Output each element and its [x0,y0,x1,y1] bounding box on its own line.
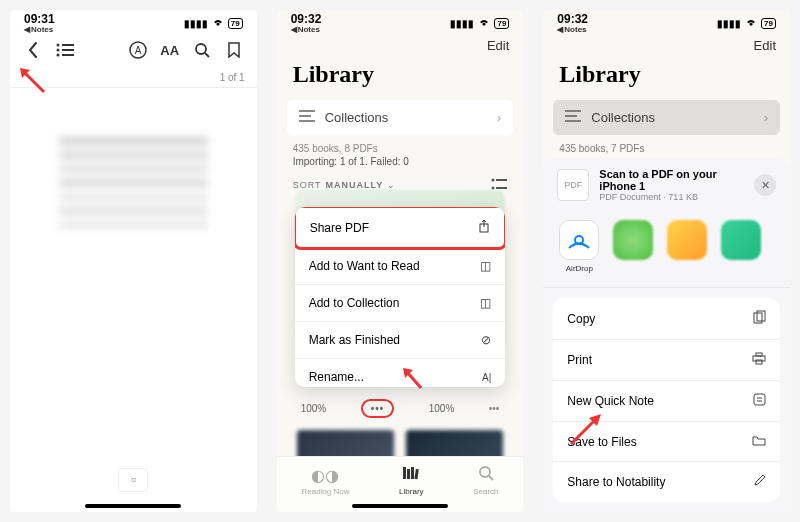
more-button[interactable]: ••• [361,399,395,418]
back-app-label: Notes [564,25,586,34]
sort-button[interactable]: SORT MANUALLY ⌄ [293,180,397,190]
quick-note-icon [753,393,766,409]
battery-indicator: 79 [494,18,509,29]
menu-label: Share PDF [310,221,369,235]
back-to-app[interactable]: ◀ Notes [557,25,586,34]
svg-rect-14 [299,120,315,122]
menu-mark-finished[interactable]: Mark as Finished ⊘ [295,322,506,359]
tab-library[interactable]: Library [399,465,423,496]
svg-rect-34 [565,120,581,122]
rename-icon: A| [482,372,491,383]
share-app-generic[interactable] [719,220,763,273]
action-print[interactable]: Print [553,340,780,381]
toc-icon[interactable] [56,41,74,59]
app-icon-blurred [721,220,761,260]
action-label: Share to Notability [567,475,665,489]
context-menu: Share PDF Add to Want to Read ◫ Add to C… [295,207,506,387]
svg-rect-24 [403,467,406,479]
menu-label: Add to Want to Read [309,259,420,273]
action-label: Copy [567,312,595,326]
share-apps-row[interactable]: AirDrop [543,212,790,288]
action-share-notability[interactable]: Share to Notability [553,462,780,502]
chevron-down-icon: ⌄ [387,180,396,190]
tab-label: Library [399,487,423,496]
signal-icon: ▮▮▮▮ [450,18,474,29]
percent-row: 100% ••• 100% ••• [277,395,524,418]
tab-search[interactable]: Search [473,465,498,496]
menu-label: Rename... [309,370,364,384]
document-icon: PDF [557,169,589,201]
menu-label: Mark as Finished [309,333,400,347]
svg-rect-25 [407,469,410,479]
status-right: ▮▮▮▮ 79 [717,17,776,29]
collections-row[interactable]: Collections › [287,100,514,135]
sort-prefix: SORT [293,180,322,190]
percent-left: 100% [301,403,327,414]
share-actions: Copy Print New Quick Note Save to Files [553,298,780,502]
home-indicator [352,504,448,508]
scrubber-icon[interactable]: ▫ [118,468,148,492]
share-header: PDF Scan to a PDF on your iPhone 1 PDF D… [543,158,790,212]
home-indicator [85,504,181,508]
svg-text:A: A [134,45,141,56]
status-bar: 09:32 ◀ Notes ▮▮▮▮ 79 [543,10,790,32]
page-title: Library [277,53,524,100]
edit-button[interactable]: Edit [487,38,509,53]
menu-share-pdf[interactable]: Share PDF [295,207,506,250]
svg-rect-3 [62,49,74,51]
list-icon [299,110,315,125]
share-app-generic[interactable] [665,220,709,273]
svg-point-4 [57,54,60,57]
share-sheet: PDF Scan to a PDF on your iPhone 1 PDF D… [543,158,790,512]
page-count-label: 1 of 1 [220,72,245,83]
tab-label: Search [473,487,498,496]
page-content-blurred [40,128,227,268]
tab-reading-now[interactable]: ◐◑ Reading Now [301,466,349,496]
svg-point-15 [492,179,495,182]
action-quick-note[interactable]: New Quick Note [553,381,780,422]
share-app-generic[interactable] [611,220,655,273]
import-status: Importing: 1 of 1. Failed: 0 [277,154,524,167]
reader-page-body[interactable] [10,88,257,512]
action-copy[interactable]: Copy [553,298,780,340]
action-label: Print [567,353,592,367]
collections-label: Collections [591,110,655,125]
action-label: Save to Files [567,435,636,449]
status-time: 09:32 [557,12,588,26]
menu-add-collection[interactable]: Add to Collection ◫ [295,285,506,322]
signal-icon: ▮▮▮▮ [184,18,208,29]
svg-rect-26 [411,467,414,479]
page-title: Library [543,53,790,100]
bookmark-icon[interactable] [225,41,243,59]
collections-row[interactable]: Collections › [553,100,780,135]
edit-button[interactable]: Edit [754,38,776,53]
svg-rect-13 [299,115,311,117]
svg-rect-1 [62,44,74,46]
chevron-right-icon: › [497,110,501,125]
menu-rename[interactable]: Rename... A| [295,359,506,387]
page-count: 1 of 1 [10,68,257,88]
status-right: ▮▮▮▮ 79 [450,17,509,29]
svg-point-8 [196,44,206,54]
search-icon[interactable] [193,41,211,59]
svg-rect-12 [299,110,315,112]
more-icon-right[interactable]: ••• [489,403,500,414]
svg-rect-45 [754,394,765,405]
screen-reader: 09:31 ◀ Notes ▮▮▮▮ 79 A AA [10,10,257,512]
menu-want-to-read[interactable]: Add to Want to Read ◫ [295,248,506,285]
battery-indicator: 79 [228,18,243,29]
action-save-files[interactable]: Save to Files [553,422,780,462]
library-stats: 435 books, 8 PDFs [277,135,524,154]
close-button[interactable]: ✕ [754,174,776,196]
svg-point-0 [57,44,60,47]
back-button[interactable] [24,41,42,59]
svg-rect-5 [62,54,74,56]
share-app-airdrop[interactable]: AirDrop [557,220,601,273]
status-bar: 09:31 ◀ Notes ▮▮▮▮ 79 [10,10,257,32]
collections-label: Collections [325,110,389,125]
appearance-icon[interactable]: A [129,41,147,59]
svg-point-2 [57,49,60,52]
wifi-icon [478,17,490,29]
svg-point-28 [480,467,490,477]
font-size-icon[interactable]: AA [161,41,179,59]
